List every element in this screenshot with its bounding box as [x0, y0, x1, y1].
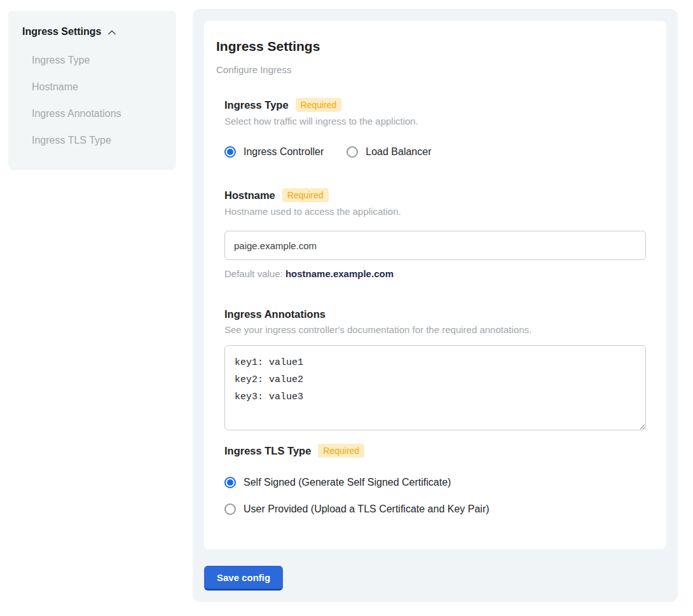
section-hostname: Hostname Required Hostname used to acces…: [224, 188, 646, 279]
required-badge: Required: [296, 98, 342, 112]
chevron-up-icon: [107, 27, 117, 38]
radio-option-ingress-controller[interactable]: Ingress Controller: [224, 146, 324, 158]
radio-option-user-provided[interactable]: User Provided (Upload a TLS Certificate …: [224, 503, 646, 516]
required-badge: Required: [318, 444, 364, 458]
ingress-type-description: Select how traffic will ingress to the a…: [224, 116, 646, 127]
hostname-description: Hostname used to access the application.: [224, 206, 646, 217]
radio-label: Self Signed (Generate Self Signed Certif…: [244, 476, 451, 489]
radio-option-self-signed[interactable]: Self Signed (Generate Self Signed Certif…: [224, 476, 646, 489]
ingress-tls-type-label: Ingress TLS Type: [224, 444, 311, 457]
radio-option-load-balancer[interactable]: Load Balancer: [346, 146, 431, 158]
ingress-annotations-label: Ingress Annotations: [224, 308, 326, 320]
config-panel: Ingress Settings Configure Ingress Ingre…: [193, 9, 678, 602]
section-ingress-type: Ingress Type Required Select how traffic…: [224, 98, 646, 158]
sidebar-item-hostname[interactable]: Hostname: [32, 81, 166, 93]
required-badge: Required: [282, 188, 329, 202]
section-ingress-tls-type: Ingress TLS Type Required Self Signed (G…: [224, 444, 646, 516]
hostname-label: Hostname: [224, 189, 275, 202]
radio-label: Load Balancer: [366, 146, 431, 158]
default-value-prefix: Default value:: [224, 268, 283, 279]
page-subtitle: Configure Ingress: [216, 64, 646, 75]
default-value-text: hostname.example.com: [285, 268, 394, 279]
radio-icon[interactable]: [346, 146, 358, 158]
hostname-input[interactable]: [224, 231, 646, 260]
radio-icon[interactable]: [224, 146, 236, 158]
sidebar-group-ingress-settings[interactable]: Ingress Settings: [22, 26, 166, 38]
ingress-annotations-textarea[interactable]: key1: value1 key2: value2 key3: value3: [224, 345, 646, 430]
ingress-settings-card: Ingress Settings Configure Ingress Ingre…: [204, 21, 666, 549]
radio-label: Ingress Controller: [244, 146, 324, 158]
page-title: Ingress Settings: [216, 38, 646, 54]
ingress-type-radio-group: Ingress Controller Load Balancer: [224, 146, 646, 158]
radio-icon[interactable]: [224, 503, 236, 515]
ingress-type-label: Ingress Type: [224, 99, 289, 111]
sidebar-item-ingress-annotations[interactable]: Ingress Annotations: [32, 107, 166, 120]
sidebar-group-label: Ingress Settings: [22, 26, 101, 38]
settings-nav-sidebar: Ingress Settings Ingress Type Hostname I…: [8, 11, 176, 170]
sidebar-item-ingress-type[interactable]: Ingress Type: [32, 54, 166, 66]
section-ingress-annotations: Ingress Annotations See your ingress con…: [224, 308, 646, 430]
radio-icon[interactable]: [224, 477, 236, 488]
save-config-button[interactable]: Save config: [204, 566, 283, 591]
sidebar-items: Ingress Type Hostname Ingress Annotation…: [32, 54, 166, 146]
hostname-default-line: Default value: hostname.example.com: [224, 268, 646, 279]
form-sections: Ingress Type Required Select how traffic…: [224, 98, 646, 516]
sidebar-item-ingress-tls-type[interactable]: Ingress TLS Type: [32, 134, 166, 146]
ingress-annotations-description: See your ingress controller's documentat…: [224, 324, 646, 336]
radio-label: User Provided (Upload a TLS Certificate …: [244, 503, 490, 516]
ingress-tls-radio-group: Self Signed (Generate Self Signed Certif…: [224, 476, 646, 516]
